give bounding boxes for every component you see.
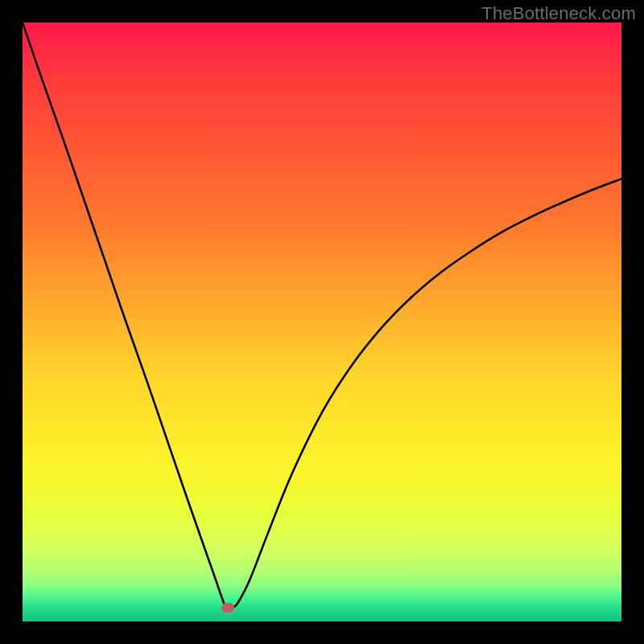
watermark-text: TheBottleneck.com — [481, 3, 636, 24]
plot-area — [23, 23, 621, 621]
chart-frame: TheBottleneck.com — [0, 0, 644, 644]
bottleneck-curve — [23, 23, 621, 621]
minimum-marker — [221, 603, 234, 613]
